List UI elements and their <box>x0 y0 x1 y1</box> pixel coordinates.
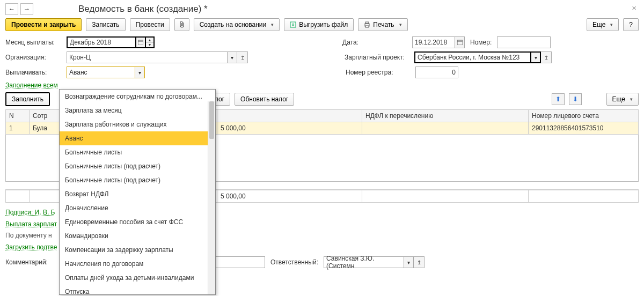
close-icon[interactable]: × <box>632 3 636 12</box>
post-close-button[interactable]: Провести и закрыть <box>5 18 82 31</box>
svg-rect-6 <box>457 40 463 45</box>
fill-all-link[interactable]: Заполнение всем <box>5 82 58 89</box>
move-up-button[interactable]: ⬆ <box>552 93 565 105</box>
dropdown-item[interactable]: Возврат НДФЛ <box>60 187 215 201</box>
create-based-button[interactable]: Создать на основании <box>194 18 280 31</box>
org-input[interactable]: Крон-Ц <box>67 51 228 63</box>
org-open-icon[interactable]: ↥ <box>237 51 248 63</box>
responsible-dd-icon[interactable]: ▾ <box>404 256 414 268</box>
org-label: Организация: <box>5 54 61 61</box>
dropdown-item[interactable]: Отпуска <box>60 285 215 295</box>
dropdown-item[interactable]: Зарплата работников и служащих <box>60 117 215 131</box>
svg-rect-2 <box>365 22 369 24</box>
dropdown-item[interactable]: Оплаты дней ухода за детьми-инвалидами <box>60 271 215 285</box>
dropdown-item[interactable]: Командировки <box>60 229 215 243</box>
dropdown-item[interactable]: Единовременные пособия за счет ФСС <box>60 215 215 229</box>
pay-label: Выплачивать: <box>5 69 61 76</box>
signatures-link[interactable]: Подписи: И. В. Б <box>5 209 55 216</box>
more-button[interactable]: Еще <box>587 18 619 31</box>
col-n[interactable]: N <box>6 110 30 122</box>
dropdown-item[interactable]: Больничные листы (под расчет) <box>60 173 215 187</box>
pay-input[interactable]: Аванс <box>67 66 135 78</box>
attach-button[interactable] <box>174 18 189 31</box>
paperclip-icon <box>179 21 185 28</box>
update-tax-button[interactable]: Обновить налог <box>235 93 294 106</box>
dropdown-item[interactable]: Больничные листы (под расчет) <box>60 159 215 173</box>
print-button[interactable]: Печать <box>358 18 407 31</box>
org-dd-icon[interactable]: ▾ <box>228 51 237 63</box>
move-down-button[interactable]: ⬇ <box>569 93 582 105</box>
dropdown-item[interactable]: Аванс <box>60 131 215 145</box>
date-input[interactable]: 19.12.2018 <box>412 36 455 48</box>
export-file-button[interactable]: Выгрузить файл <box>284 18 354 31</box>
date-label: Дата: <box>342 39 407 46</box>
svg-rect-3 <box>365 26 369 27</box>
dropdown-item[interactable]: Доначисление <box>60 201 215 215</box>
fill-button[interactable]: Заполнить <box>5 92 50 106</box>
month-down-icon[interactable]: ▼ <box>146 43 153 48</box>
pay-type-dropdown[interactable]: Вознаграждение сотрудникам по договорам.… <box>59 89 216 295</box>
col-ndfl[interactable]: НДФЛ к перечислению <box>362 110 529 122</box>
payment-link[interactable]: Выплата зарплат <box>5 220 57 228</box>
comment-label: Комментарий: <box>5 258 61 266</box>
nav-forward-button[interactable]: → <box>20 3 33 15</box>
post-button[interactable]: Провести <box>130 18 170 31</box>
month-input[interactable]: Декабрь 2018 <box>67 36 136 48</box>
project-input[interactable]: Сбербанк России, г. Москва №123 <box>414 51 531 63</box>
scrollbar[interactable] <box>208 101 215 294</box>
responsible-label: Ответственный: <box>270 258 318 266</box>
month-up-icon[interactable]: ▲ <box>146 38 153 43</box>
dropdown-item[interactable]: Начисления по договорам <box>60 257 215 271</box>
col-amount[interactable] <box>217 110 362 122</box>
upload-confirm-link[interactable]: Загрузить подтве <box>5 243 57 251</box>
number-input[interactable] <box>497 36 551 48</box>
project-open-icon[interactable]: ↥ <box>541 51 552 63</box>
dropdown-item[interactable]: Больничные листы <box>60 145 215 159</box>
date-calendar-icon[interactable] <box>455 36 465 48</box>
dropdown-item[interactable]: Зарплата за месяц <box>60 103 215 117</box>
export-icon <box>290 21 296 28</box>
registry-label: Номер реестра: <box>346 69 410 76</box>
responsible-input[interactable]: Савинская З.Ю. (Системн <box>324 256 404 268</box>
registry-input[interactable]: 0 <box>415 66 458 78</box>
number-label: Номер: <box>470 39 492 46</box>
col-account[interactable]: Номер лицевого счета <box>529 110 639 122</box>
dropdown-item[interactable]: Компенсации за задержку зарплаты <box>60 243 215 257</box>
save-button[interactable]: Записать <box>86 18 125 31</box>
table-more-button[interactable]: Еще <box>606 93 639 106</box>
month-label: Месяц выплаты: <box>5 39 61 46</box>
calendar-icon[interactable] <box>136 36 146 48</box>
pay-dd-icon[interactable]: ▾ <box>135 66 145 78</box>
page-title: Ведомость в банк (создание) * <box>78 4 208 14</box>
scrollbar-thumb[interactable] <box>209 101 214 139</box>
dropdown-item[interactable]: Вознаграждение сотрудникам по договорам.… <box>60 90 215 103</box>
printer-icon <box>364 21 370 28</box>
help-button[interactable]: ? <box>623 18 639 31</box>
svg-rect-4 <box>138 40 143 45</box>
project-label: Зарплатный проект: <box>345 54 409 61</box>
nav-back-button[interactable]: ← <box>5 3 18 15</box>
project-dd-icon[interactable]: ▾ <box>531 51 541 63</box>
responsible-open-icon[interactable]: ↥ <box>414 256 425 268</box>
